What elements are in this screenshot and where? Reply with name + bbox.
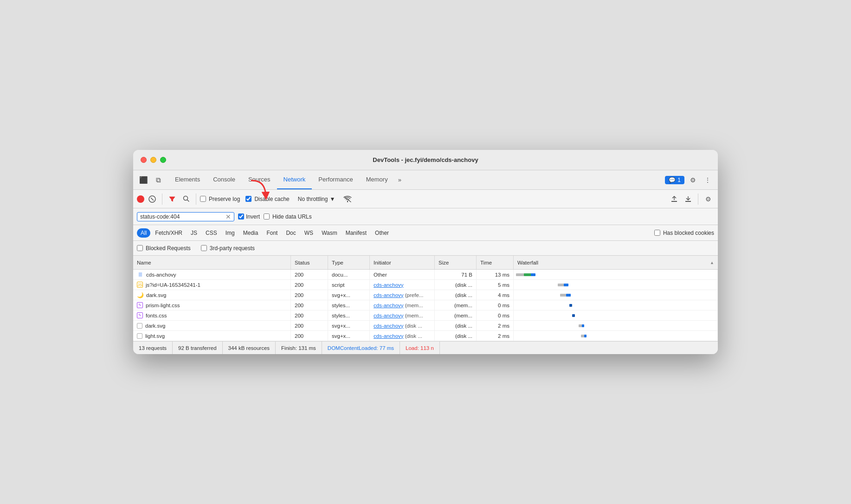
type-btn-css[interactable]: CSS xyxy=(202,228,221,238)
clear-button[interactable] xyxy=(146,193,158,205)
type-btn-font[interactable]: Font xyxy=(263,228,281,238)
type-btn-doc[interactable]: Doc xyxy=(282,228,299,238)
td-type: docu... xyxy=(328,270,370,279)
devtools-tabs-bar: ⬛ ⧉ Elements Console Sources Network Per… xyxy=(133,170,718,190)
upload-btn[interactable] xyxy=(668,193,680,205)
table-row[interactable]: ☰ cds-anchovy 200 docu... Other 71 B 13 … xyxy=(133,270,718,280)
invert-checkbox[interactable] xyxy=(238,213,244,220)
tab-console[interactable]: Console xyxy=(206,170,242,189)
settings-icon-btn[interactable]: ⚙ xyxy=(686,174,699,187)
filter-input[interactable] xyxy=(140,213,224,220)
tab-performance[interactable]: Performance xyxy=(312,170,359,189)
table-row[interactable]: JS js?id=UA-165345241-1 200 script cds-a… xyxy=(133,280,718,290)
th-type[interactable]: Type xyxy=(328,256,370,269)
blocked-requests-label[interactable]: Blocked Requests xyxy=(137,245,191,252)
download-btn[interactable] xyxy=(682,193,694,205)
download-icon xyxy=(684,195,692,203)
minimize-button[interactable] xyxy=(150,157,156,163)
table-row[interactable]: ✎ prism-light.css 200 styles... cds-anch… xyxy=(133,300,718,310)
type-btn-all[interactable]: All xyxy=(137,228,150,238)
search-icon-btn[interactable] xyxy=(180,193,192,205)
more-icon-btn[interactable]: ⋮ xyxy=(701,174,714,187)
type-btn-media[interactable]: Media xyxy=(239,228,262,238)
tab-sources[interactable]: Sources xyxy=(242,170,277,189)
table-row[interactable]: 🌙 dark.svg 200 svg+x... cds-anchovy (pre… xyxy=(133,290,718,300)
throttle-dropdown[interactable]: No throttling ▼ xyxy=(295,195,338,203)
th-name[interactable]: Name xyxy=(133,256,291,269)
tab-memory[interactable]: Memory xyxy=(360,170,394,189)
filter-input-wrap[interactable]: ✕ xyxy=(137,212,234,221)
cursor-icon: ⬛ xyxy=(139,176,148,184)
preserve-log-label[interactable]: Preserve log xyxy=(200,196,240,202)
th-status[interactable]: Status xyxy=(291,256,328,269)
status-load: Load: 113 n xyxy=(400,342,440,354)
td-size: (mem... xyxy=(435,300,477,310)
svg-rect-8 xyxy=(685,201,691,202)
type-btn-ws[interactable]: WS xyxy=(301,228,317,238)
notification-button[interactable]: 💬 1 xyxy=(665,176,684,184)
th-size[interactable]: Size xyxy=(435,256,477,269)
type-btn-manifest[interactable]: Manifest xyxy=(342,228,370,238)
hide-data-urls-checkbox[interactable] xyxy=(264,213,270,220)
chat-icon: 💬 xyxy=(669,177,676,183)
wf-gray-bar xyxy=(560,294,567,297)
status-bar: 13 requests 92 B transferred 344 kB reso… xyxy=(133,341,718,354)
invert-label[interactable]: Invert xyxy=(238,213,260,220)
upload-icon xyxy=(670,195,678,203)
td-initiator: cds-anchovy xyxy=(370,280,435,290)
has-blocked-cookies-label[interactable]: Has blocked cookies xyxy=(654,230,714,236)
td-type: svg+x... xyxy=(328,331,370,341)
table-row[interactable]: ✎ fonts.css 200 styles... cds-anchovy (m… xyxy=(133,310,718,321)
td-name: ✎ prism-light.css xyxy=(133,300,291,310)
close-button[interactable] xyxy=(141,157,147,163)
type-btn-img[interactable]: Img xyxy=(222,228,239,238)
td-waterfall xyxy=(514,331,718,341)
preserve-log-checkbox[interactable] xyxy=(200,196,206,202)
th-time[interactable]: Time xyxy=(477,256,514,269)
sort-icon: ▲ xyxy=(710,260,714,265)
network-conditions-btn[interactable] xyxy=(342,193,354,205)
td-size: (disk ... xyxy=(435,290,477,300)
script-icon: JS xyxy=(137,282,143,288)
td-time: 4 ms xyxy=(477,290,514,300)
th-initiator[interactable]: Initiator xyxy=(370,256,435,269)
td-waterfall xyxy=(514,270,718,279)
td-name: JS js?id=UA-165345241-1 xyxy=(133,280,291,290)
td-name: 🌙 dark.svg xyxy=(133,290,291,300)
filter-icon-btn[interactable] xyxy=(166,193,178,205)
td-status: 200 xyxy=(291,300,328,310)
td-initiator: cds-anchovy (prefe... xyxy=(370,290,435,300)
tab-overflow-btn[interactable]: » xyxy=(394,176,405,183)
th-waterfall[interactable]: Waterfall ▲ xyxy=(514,256,718,269)
devtools-window: DevTools - jec.fyi/demo/cds-anchovy ⬛ ⧉ … xyxy=(133,150,718,354)
table-header: Name Status Type Initiator Size Time Wat… xyxy=(133,256,718,270)
blocked-requests-checkbox[interactable] xyxy=(137,245,143,251)
disable-cache-label[interactable]: Disable cache xyxy=(245,196,289,202)
type-btn-other[interactable]: Other xyxy=(371,228,393,238)
type-btn-js[interactable]: JS xyxy=(187,228,201,238)
network-settings-btn[interactable]: ⚙ xyxy=(702,193,714,205)
tab-elements[interactable]: Elements xyxy=(168,170,206,189)
third-party-checkbox[interactable] xyxy=(201,245,207,251)
cursor-icon-btn[interactable]: ⬛ xyxy=(137,174,150,187)
titlebar: DevTools - jec.fyi/demo/cds-anchovy xyxy=(133,150,718,170)
filter-clear-button[interactable]: ✕ xyxy=(226,213,231,220)
tab-network[interactable]: Network xyxy=(277,170,312,189)
table-row[interactable]: dark.svg 200 svg+x... cds-anchovy (disk … xyxy=(133,321,718,331)
maximize-button[interactable] xyxy=(160,157,166,163)
td-status: 200 xyxy=(291,310,328,320)
td-time: 13 ms xyxy=(477,270,514,279)
third-party-label[interactable]: 3rd-party requests xyxy=(201,245,255,252)
layers-icon-btn[interactable]: ⧉ xyxy=(152,174,165,187)
table-row[interactable]: light.svg 200 svg+x... cds-anchovy (disk… xyxy=(133,331,718,341)
type-btn-fetchxhr[interactable]: Fetch/XHR xyxy=(151,228,186,238)
record-button[interactable] xyxy=(137,195,144,203)
hide-data-urls-label[interactable]: Hide data URLs xyxy=(264,213,312,220)
td-status: 200 xyxy=(291,270,328,279)
has-blocked-cookies-checkbox[interactable] xyxy=(654,230,660,236)
td-type: styles... xyxy=(328,300,370,310)
disable-cache-checkbox[interactable] xyxy=(245,196,251,202)
type-btn-wasm[interactable]: Wasm xyxy=(318,228,341,238)
td-initiator: cds-anchovy (mem... xyxy=(370,300,435,310)
css-icon: ✎ xyxy=(137,302,143,308)
